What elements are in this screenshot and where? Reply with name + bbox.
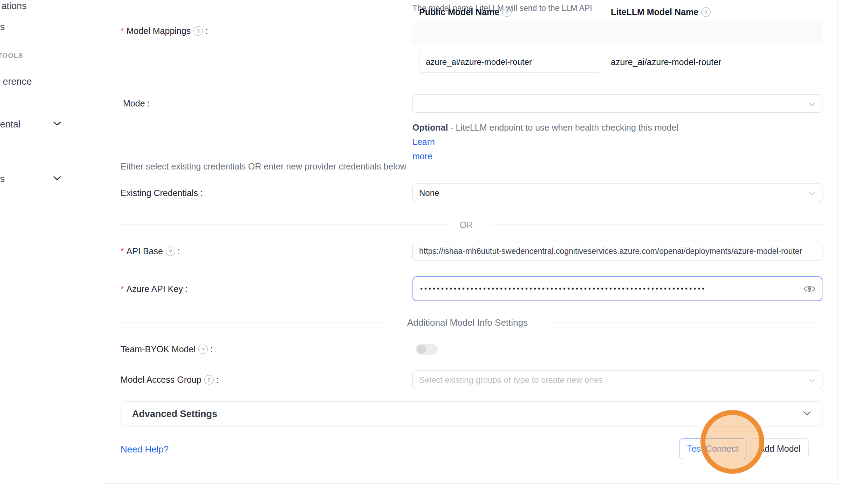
masked-api-key-value: ••••••••••••••••••••••••••••••••••••••••… bbox=[420, 285, 706, 293]
or-divider-line-left bbox=[121, 224, 450, 225]
advanced-settings-expander[interactable]: Advanced Settings bbox=[121, 401, 822, 427]
sidebar-item-reference[interactable]: erence bbox=[3, 76, 32, 87]
mode-label: Mode : bbox=[123, 98, 150, 109]
model-access-group-select[interactable]: Select existing groups or type to create… bbox=[412, 370, 822, 389]
help-icon[interactable]: ? bbox=[204, 375, 214, 384]
chevron-down-icon bbox=[803, 411, 811, 417]
sidebar: ations s TOOLS erence ental s bbox=[0, 0, 104, 485]
team-byok-label: Team-BYOK Model ? : bbox=[121, 344, 213, 354]
chevron-down-icon bbox=[809, 99, 815, 109]
eye-icon[interactable] bbox=[803, 284, 816, 295]
add-model-form-page: ations s TOOLS erence ental s The model … bbox=[0, 0, 868, 485]
sidebar-item-settings[interactable]: s bbox=[0, 174, 5, 185]
add-model-button[interactable]: Add Model bbox=[751, 438, 809, 459]
help-icon[interactable]: ? bbox=[701, 7, 711, 17]
public-model-name-input[interactable] bbox=[419, 51, 601, 73]
additional-divider-line-left bbox=[121, 323, 390, 323]
api-base-label: * API Base ? : bbox=[121, 246, 180, 256]
api-base-input[interactable] bbox=[412, 242, 822, 261]
toggle-knob bbox=[417, 345, 426, 354]
learn-more-link[interactable]: Learn bbox=[412, 137, 435, 147]
model-access-group-label: Model Access Group ? : bbox=[121, 375, 219, 385]
team-byok-toggle[interactable] bbox=[416, 344, 438, 355]
help-icon[interactable]: ? bbox=[166, 247, 175, 256]
need-help-link[interactable]: Need Help? bbox=[121, 444, 169, 455]
credentials-note: Either select existing credentials OR en… bbox=[121, 161, 406, 172]
sidebar-section-tools: TOOLS bbox=[0, 52, 23, 60]
learn-more-link[interactable]: more bbox=[412, 151, 432, 161]
azure-api-key-label: * Azure API Key : bbox=[121, 284, 188, 294]
mode-select[interactable] bbox=[412, 94, 822, 113]
help-icon[interactable]: ? bbox=[193, 26, 203, 36]
test-connect-button[interactable]: Test Connect bbox=[679, 438, 746, 459]
model-mappings-table-header bbox=[412, 21, 823, 45]
chevron-down-icon bbox=[53, 121, 61, 127]
additional-settings-divider-text: Additional Model Info Settings bbox=[407, 317, 528, 328]
help-icon[interactable]: ? bbox=[198, 345, 208, 354]
or-divider-line-right bbox=[492, 224, 822, 225]
required-asterisk: * bbox=[121, 284, 124, 294]
existing-credentials-label: Existing Credentials : bbox=[121, 188, 203, 198]
column-header-litellm-model-name: LiteLLM Model Name ? bbox=[611, 0, 807, 24]
or-divider-text: OR bbox=[460, 220, 473, 230]
required-asterisk: * bbox=[121, 26, 124, 36]
sidebar-item-experimental[interactable]: ental bbox=[0, 119, 21, 130]
azure-api-key-input[interactable]: ••••••••••••••••••••••••••••••••••••••••… bbox=[412, 276, 822, 301]
help-icon[interactable]: ? bbox=[502, 7, 512, 17]
existing-credentials-select[interactable]: None bbox=[412, 183, 822, 202]
card-bottom-border bbox=[104, 483, 838, 484]
chevron-down-icon bbox=[809, 188, 815, 198]
model-access-group-placeholder: Select existing groups or type to create… bbox=[419, 375, 603, 385]
model-mappings-label: * Model Mappings ? : bbox=[121, 26, 208, 36]
chevron-down-icon bbox=[53, 176, 61, 182]
column-header-public-model-name: Public Model Name ? bbox=[419, 0, 605, 24]
sidebar-item-organizations[interactable]: ations bbox=[1, 1, 27, 12]
required-asterisk: * bbox=[121, 246, 124, 256]
card-right-border bbox=[838, 0, 838, 485]
sidebar-item-1[interactable]: s bbox=[0, 22, 5, 33]
mode-helper-text: Optional - LiteLLM endpoint to use when … bbox=[412, 120, 696, 164]
litellm-model-name-value: azure_ai/azure-model-router bbox=[611, 57, 721, 67]
advanced-settings-title: Advanced Settings bbox=[132, 409, 217, 420]
chevron-down-icon bbox=[809, 375, 815, 385]
additional-divider-line-right bbox=[553, 323, 822, 323]
